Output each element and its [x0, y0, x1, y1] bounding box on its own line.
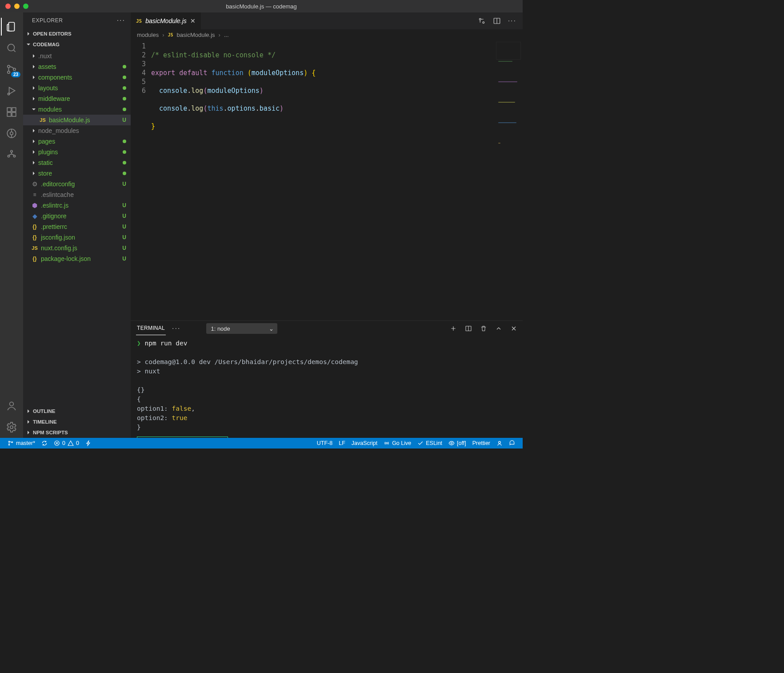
svg-point-17 — [483, 22, 484, 24]
code-editor[interactable]: 1 2 3 4 5 6 /* eslint-disable no-console… — [131, 40, 523, 320]
title-bar: basicModule.js — codemag — [0, 0, 523, 12]
terminal-tab[interactable]: TERMINAL — [136, 322, 166, 335]
terminal-output[interactable]: ❯ npm run dev > codemag@1.0.0 dev /Users… — [131, 336, 523, 438]
folder-static[interactable]: static — [23, 157, 131, 168]
svg-point-24 — [386, 442, 388, 444]
scm-badge: 23 — [11, 72, 20, 77]
sidebar-actions-button[interactable]: ··· — [117, 16, 125, 24]
explorer-view-button[interactable] — [1, 16, 22, 37]
svg-point-3 — [13, 68, 16, 70]
run-debug-view-button[interactable] — [1, 80, 22, 101]
breadcrumb-symbol[interactable]: ... — [224, 32, 229, 38]
feedback-button[interactable] — [493, 438, 506, 449]
maximize-window-button[interactable] — [23, 4, 28, 9]
hexagon-icon: ⬢ — [31, 202, 38, 209]
window-title: basicModule.js — codemag — [0, 3, 523, 10]
source-control-view-button[interactable]: 23 — [1, 59, 22, 80]
split-editor-icon[interactable] — [493, 17, 501, 25]
project-section[interactable]: CODEMAG — [23, 39, 131, 50]
file-package-lock[interactable]: {}package-lock.jsonU — [23, 253, 131, 264]
eol-status[interactable]: LF — [336, 438, 348, 449]
diamond-icon: ◆ — [31, 212, 38, 220]
file-basic-module[interactable]: JSbasicModule.jsU — [23, 115, 131, 125]
window-controls — [5, 4, 28, 9]
branch-status[interactable]: master* — [4, 438, 38, 449]
svg-point-25 — [451, 442, 452, 444]
file-prettierrc[interactable]: {}.prettierrcU — [23, 221, 131, 232]
file-editorconfig[interactable]: ⚙.editorconfigU — [23, 179, 131, 189]
file-tree: .nuxt assets components layouts middlewa… — [23, 50, 131, 406]
compare-icon[interactable] — [478, 17, 486, 25]
svg-point-11 — [11, 150, 12, 152]
svg-point-16 — [479, 18, 481, 20]
extensions-view-button[interactable] — [1, 101, 22, 123]
close-tab-button[interactable]: ✕ — [190, 17, 196, 24]
git-graph-view-button[interactable] — [1, 144, 22, 165]
timeline-section[interactable]: TIMELINE — [23, 417, 131, 427]
sidebar-title: EXPLORER — [32, 17, 63, 24]
editor-more-button[interactable]: ··· — [508, 17, 516, 25]
svg-point-2 — [8, 71, 10, 73]
language-status[interactable]: JavaScript — [348, 438, 380, 449]
tab-basic-module[interactable]: JS basicModule.js ✕ — [131, 12, 201, 29]
svg-point-0 — [8, 44, 14, 51]
breadcrumb-folder[interactable]: modules — [137, 32, 159, 38]
go-live-button[interactable]: Go Live — [380, 438, 414, 449]
breadcrumb-file[interactable]: basicModule.js — [177, 32, 215, 38]
chevron-down-icon: ⌄ — [269, 325, 274, 332]
folder-plugins[interactable]: plugins — [23, 147, 131, 157]
new-terminal-button[interactable] — [450, 325, 457, 332]
folder-layouts[interactable]: layouts — [23, 83, 131, 93]
sync-status[interactable] — [38, 438, 51, 449]
sidebar-header: EXPLORER ··· — [23, 12, 131, 28]
svg-point-14 — [10, 402, 14, 406]
screencast-status[interactable]: [off] — [445, 438, 469, 449]
close-window-button[interactable] — [5, 4, 11, 9]
eslint-status[interactable]: ESLint — [414, 438, 445, 449]
split-terminal-button[interactable] — [465, 325, 472, 332]
prettier-status[interactable]: Prettier — [469, 438, 493, 449]
file-eslintcache[interactable]: ≡.eslintcache — [23, 189, 131, 200]
breadcrumbs[interactable]: modules › JS basicModule.js › ... — [131, 29, 523, 40]
line-gutter: 1 2 3 4 5 6 — [131, 40, 151, 320]
js-icon: JS — [31, 245, 38, 251]
folder-nuxt[interactable]: .nuxt — [23, 51, 131, 61]
open-editors-section[interactable]: OPEN EDITORS — [23, 28, 131, 39]
notifications-button[interactable] — [506, 438, 518, 449]
folder-modules[interactable]: modules — [23, 104, 131, 115]
folder-components[interactable]: components — [23, 72, 131, 83]
code-area[interactable]: /* eslint-disable no-console */ export d… — [151, 40, 523, 320]
folder-store[interactable]: store — [23, 168, 131, 179]
npm-scripts-section[interactable]: NPM SCRIPTS — [23, 427, 131, 438]
terminal-selector[interactable]: 1: node ⌄ — [206, 323, 277, 334]
file-eslintrc[interactable]: ⬢.eslintrc.jsU — [23, 200, 131, 211]
close-panel-button[interactable] — [510, 325, 517, 332]
panel-more-button[interactable]: ··· — [172, 324, 180, 332]
minimize-window-button[interactable] — [14, 4, 20, 9]
braces-icon: {} — [31, 256, 38, 262]
file-gitignore[interactable]: ◆.gitignoreU — [23, 211, 131, 221]
live-server-indicator[interactable] — [82, 438, 95, 449]
problems-status[interactable]: 0 0 — [51, 438, 82, 449]
search-view-button[interactable] — [1, 37, 22, 59]
minimap[interactable] — [496, 42, 521, 60]
file-jsconfig[interactable]: {}jsconfig.jsonU — [23, 232, 131, 243]
folder-middleware[interactable]: middleware — [23, 93, 131, 104]
gear-icon: ⚙ — [31, 180, 38, 188]
maximize-panel-button[interactable] — [495, 325, 502, 332]
outline-section[interactable]: OUTLINE — [23, 406, 131, 417]
svg-point-1 — [8, 65, 10, 68]
svg-rect-5 — [7, 108, 11, 112]
editor-actions: ··· — [478, 12, 523, 29]
accounts-button[interactable] — [1, 395, 22, 417]
gitlens-view-button[interactable] — [1, 123, 22, 144]
kill-terminal-button[interactable] — [480, 325, 487, 332]
encoding-status[interactable]: UTF-8 — [314, 438, 336, 449]
activity-bar: 23 — [0, 12, 23, 438]
folder-pages[interactable]: pages — [23, 136, 131, 147]
folder-assets[interactable]: assets — [23, 61, 131, 72]
settings-button[interactable] — [1, 417, 22, 438]
folder-node-modules[interactable]: node_modules — [23, 125, 131, 136]
file-nuxt-config[interactable]: JSnuxt.config.jsU — [23, 243, 131, 253]
braces-icon: {} — [31, 224, 38, 230]
